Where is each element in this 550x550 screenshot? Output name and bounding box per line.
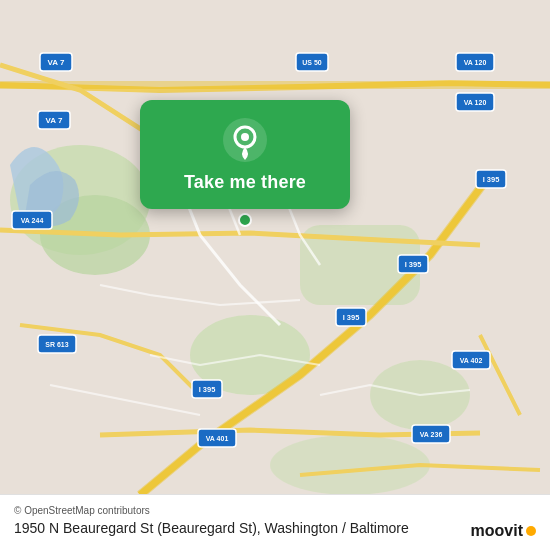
svg-text:VA 120: VA 120 — [464, 99, 487, 106]
svg-text:VA 401: VA 401 — [206, 435, 229, 442]
address-text: 1950 N Beauregard St (Beauregard St), Wa… — [14, 520, 536, 536]
svg-text:VA 402: VA 402 — [460, 357, 483, 364]
svg-text:VA 7: VA 7 — [46, 116, 63, 125]
svg-text:VA 244: VA 244 — [21, 217, 44, 224]
moovit-dot-icon — [526, 526, 536, 536]
moovit-logo: moovit — [471, 522, 536, 540]
svg-text:US 50: US 50 — [302, 59, 322, 66]
svg-text:VA 7: VA 7 — [48, 58, 65, 67]
location-pin-icon — [223, 118, 267, 162]
popup-card[interactable]: Take me there — [140, 100, 350, 209]
bottom-bar: © OpenStreetMap contributors 1950 N Beau… — [0, 494, 550, 550]
svg-text:I 395: I 395 — [405, 260, 422, 269]
svg-text:SR 613: SR 613 — [45, 341, 68, 348]
svg-text:I 395: I 395 — [199, 385, 216, 394]
svg-text:I 395: I 395 — [343, 313, 360, 322]
attribution-text: © OpenStreetMap contributors — [14, 505, 150, 516]
take-me-there-button[interactable]: Take me there — [184, 172, 306, 193]
svg-text:VA 120: VA 120 — [464, 59, 487, 66]
svg-point-37 — [239, 214, 251, 226]
map-attribution: © OpenStreetMap contributors — [14, 505, 536, 516]
svg-text:VA 236: VA 236 — [420, 431, 443, 438]
svg-point-40 — [241, 133, 249, 141]
moovit-brand-name: moovit — [471, 522, 523, 540]
map-container: VA 7 US 50 VA 120 VA 120 VA 7 VA 244 I 3… — [0, 0, 550, 550]
map-background: VA 7 US 50 VA 120 VA 120 VA 7 VA 244 I 3… — [0, 0, 550, 550]
svg-text:I 395: I 395 — [483, 175, 500, 184]
